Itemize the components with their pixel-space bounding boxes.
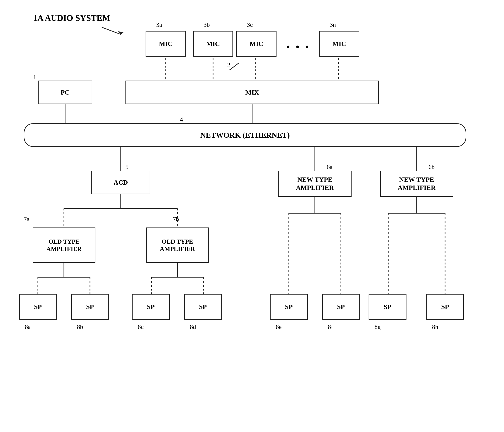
svg-line-0 [102, 27, 121, 34]
sp-8h-box: SP [426, 294, 464, 320]
ref-8d: 8d [190, 323, 196, 331]
ref-3a: 3a [156, 21, 162, 28]
sp-8d-box: SP [184, 294, 222, 320]
ref-8e: 8e [276, 323, 282, 331]
ref-2: 2 [227, 62, 230, 69]
sp-8b-box: SP [71, 294, 109, 320]
new-amp-6a-box: NEW TYPE AMPLIFIER [278, 171, 351, 197]
acd-label: ACD [114, 178, 128, 187]
ref-5: 5 [126, 163, 128, 171]
mic-3a-box: MIC [146, 31, 186, 57]
mic-3c-label: MIC [250, 40, 263, 48]
mic-3a-label: MIC [159, 40, 172, 48]
sp-8b-label: SP [86, 303, 94, 311]
sp-8f-label: SP [337, 303, 345, 311]
sp-8f-box: SP [322, 294, 360, 320]
old-amp-7b-box: OLD TYPE AMPLIFIER [146, 227, 209, 263]
ref-8c: 8c [138, 323, 144, 331]
ref-8h: 8h [432, 323, 438, 331]
svg-line-37 [230, 63, 239, 70]
mic-3c-box: MIC [236, 31, 277, 57]
ref-3c: 3c [247, 21, 253, 28]
old-amp-7a-box: OLD TYPE AMPLIFIER [33, 227, 95, 263]
ref-6a: 6a [327, 163, 333, 171]
svg-marker-1 [118, 31, 124, 34]
old-amp-7b-label: OLD TYPE AMPLIFIER [160, 238, 195, 253]
network-label: NETWORK (ETHERNET) [200, 131, 290, 140]
new-amp-6b-box: NEW TYPE AMPLIFIER [380, 171, 453, 197]
mix-box: MIX [126, 81, 379, 104]
ref-8f: 8f [328, 323, 333, 331]
mix-label: MIX [245, 88, 259, 96]
ref-8g: 8g [375, 323, 381, 331]
network-box: NETWORK (ETHERNET) [24, 123, 466, 147]
old-amp-7a-label: OLD TYPE AMPLIFIER [46, 238, 82, 253]
new-amp-6a-label: NEW TYPE AMPLIFIER [296, 176, 334, 191]
ref-3n: 3n [330, 21, 336, 28]
ref-1: 1 [33, 74, 36, 81]
ref-8b: 8b [77, 323, 83, 331]
ref-7a: 7a [24, 216, 30, 223]
sp-8c-label: SP [147, 303, 155, 311]
mic-3n-label: MIC [332, 40, 346, 48]
pc-label: PC [61, 88, 69, 96]
diagram-title: 1A AUDIO SYSTEM [33, 13, 110, 23]
mic-3b-box: MIC [193, 31, 233, 57]
ref-3b: 3b [204, 21, 210, 28]
mic-dots: • • • [287, 41, 311, 53]
sp-8g-box: SP [369, 294, 406, 320]
diagram: 1A AUDIO SYSTEM PC 1 MIX 2 MIC 3a MIC 3b… [0, 0, 504, 432]
sp-8a-label: SP [34, 303, 42, 311]
sp-8h-label: SP [441, 303, 449, 311]
mic-3n-box: MIC [319, 31, 359, 57]
ref-6b: 6b [429, 163, 435, 171]
mic-3b-label: MIC [206, 40, 220, 48]
ref-8a: 8a [25, 323, 31, 331]
new-amp-6b-label: NEW TYPE AMPLIFIER [398, 176, 436, 191]
connection-lines [0, 0, 504, 432]
sp-8c-box: SP [132, 294, 170, 320]
ref-4: 4 [180, 116, 183, 123]
sp-8d-label: SP [199, 303, 207, 311]
sp-8g-label: SP [384, 303, 392, 311]
sp-8e-box: SP [270, 294, 308, 320]
ref-7b: 7b [173, 216, 179, 223]
sp-8e-label: SP [285, 303, 293, 311]
acd-box: ACD [91, 171, 150, 194]
pc-box: PC [38, 81, 92, 104]
sp-8a-box: SP [19, 294, 57, 320]
